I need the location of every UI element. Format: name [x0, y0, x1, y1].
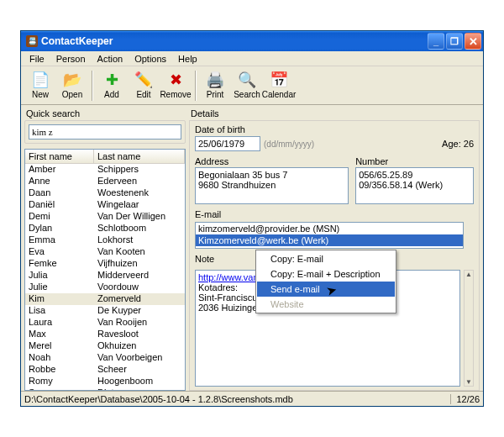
calendar-icon: 📅: [270, 71, 288, 89]
menu-copy-email[interactable]: Copy: E-mail: [257, 251, 395, 266]
toolbar-separator: [92, 71, 92, 101]
table-row[interactable]: DylanSchlotboom: [25, 223, 185, 234]
menu-website: Website: [257, 297, 395, 312]
menubar: File Person Action Options Help: [21, 51, 483, 66]
table-row[interactable]: AmberSchippers: [25, 164, 185, 176]
toolbar-separator: [195, 71, 196, 101]
menu-options[interactable]: Options: [129, 53, 171, 65]
address-label: Address: [195, 156, 349, 166]
app-title: ContactKeeper: [41, 35, 113, 47]
table-row[interactable]: RomyHoogenboom: [25, 376, 185, 387]
statusbar: D:\ContactKeeper\Database\2005-10-04 - 1…: [21, 391, 483, 406]
table-row[interactable]: MerelOkhuizen: [25, 340, 185, 352]
contact-list[interactable]: First name Last name AmberSchippersAnneE…: [24, 149, 186, 391]
quick-search-label: Quick search: [24, 108, 186, 120]
context-menu[interactable]: Copy: E-mail Copy: E-mail + Description …: [255, 250, 396, 313]
table-row[interactable]: FemkeVijfhuizen: [25, 258, 185, 270]
table-row[interactable]: EmmaLokhorst: [25, 234, 185, 246]
search-input[interactable]: [29, 124, 181, 140]
dob-hint: (dd/mm/yyyy): [264, 140, 314, 149]
table-row[interactable]: AnneEderveen: [25, 176, 185, 187]
remove-icon: ✖: [166, 71, 185, 89]
table-row[interactable]: RobbeScheer: [25, 364, 185, 376]
toolbar: 📄New 📂Open ✚Add ✏️Edit ✖Remove 🖨️Print 🔍…: [21, 66, 483, 105]
menu-copy-email-desc[interactable]: Copy: E-mail + Description: [257, 266, 395, 282]
table-row[interactable]: DaniëlWingelaar: [25, 199, 185, 211]
menu-person[interactable]: Person: [51, 53, 91, 65]
maximize-button[interactable]: ❐: [446, 33, 463, 50]
content-area: Quick search First name Last name AmberS…: [21, 105, 483, 391]
address-field[interactable]: Begonialaan 35 bus 7 9680 Strandhuizen: [195, 167, 349, 204]
edit-button[interactable]: ✏️Edit: [128, 69, 160, 103]
dob-input[interactable]: [195, 136, 260, 151]
col-last-name[interactable]: Last name: [94, 150, 185, 163]
menu-help[interactable]: Help: [173, 53, 202, 65]
app-icon: 📇: [26, 35, 38, 47]
number-field[interactable]: 056/65.25.89 09/356.58.14 (Werk): [355, 167, 474, 204]
email-item[interactable]: kimzomerveld@provider.be (MSN): [196, 223, 463, 234]
quick-search-group: [24, 120, 186, 144]
scroll-up-icon[interactable]: ▲: [465, 271, 472, 278]
remove-button[interactable]: ✖Remove: [160, 69, 192, 103]
note-scrollbar[interactable]: ▲▼: [464, 270, 474, 387]
open-icon: 📂: [63, 71, 81, 89]
search-button[interactable]: 🔍Search: [231, 69, 263, 103]
table-row[interactable]: MaxRavesloot: [25, 329, 185, 340]
table-row[interactable]: KimZomerveld: [25, 293, 185, 305]
list-body[interactable]: AmberSchippersAnneEderveenDaanWoestenenk…: [25, 164, 185, 390]
left-panel: Quick search First name Last name AmberS…: [24, 108, 186, 391]
new-button[interactable]: 📄New: [24, 69, 56, 103]
email-label: E-mail: [195, 209, 474, 219]
list-header: First name Last name: [25, 150, 185, 164]
details-label: Details: [189, 108, 480, 120]
calendar-button[interactable]: 📅Calendar: [263, 69, 295, 103]
add-button[interactable]: ✚Add: [96, 69, 128, 103]
table-row[interactable]: LauraVan Rooijen: [25, 317, 185, 329]
status-path: D:\ContactKeeper\Database\2005-10-04 - 1…: [24, 394, 450, 404]
table-row[interactable]: NoahVan Voorbeigen: [25, 352, 185, 364]
menu-file[interactable]: File: [24, 53, 50, 65]
close-button[interactable]: ✕: [465, 33, 481, 50]
add-icon: ✚: [102, 71, 121, 89]
open-button[interactable]: 📂Open: [56, 69, 88, 103]
menu-send-email[interactable]: Send e-mail: [257, 282, 395, 297]
age-value: Age: 26: [442, 139, 474, 149]
email-item[interactable]: Kimzomerveld@werk.be (Werk): [196, 234, 463, 246]
new-icon: 📄: [31, 71, 50, 89]
menu-action[interactable]: Action: [92, 53, 129, 65]
print-button[interactable]: 🖨️Print: [199, 69, 231, 103]
table-row[interactable]: JuliaMidderveerd: [25, 270, 185, 282]
email-list[interactable]: kimzomerveld@provider.be (MSN) Kimzomerv…: [195, 222, 464, 249]
table-row[interactable]: SanneDiets: [25, 387, 185, 390]
titlebar[interactable]: 📇 ContactKeeper _ ❐ ✕: [21, 31, 483, 51]
minimize-button[interactable]: _: [428, 33, 444, 50]
scroll-down-icon[interactable]: ▼: [465, 378, 472, 386]
search-icon: 🔍: [238, 71, 256, 89]
col-first-name[interactable]: First name: [25, 150, 94, 163]
table-row[interactable]: DaanWoestenenk: [25, 187, 185, 199]
status-counter: 12/26: [450, 394, 480, 404]
number-label: Number: [355, 156, 474, 166]
table-row[interactable]: JulieVoordouw: [25, 282, 185, 293]
app-window: 📇 ContactKeeper _ ❐ ✕ File Person Action…: [20, 30, 484, 407]
print-icon: 🖨️: [206, 71, 224, 89]
edit-icon: ✏️: [134, 71, 153, 89]
table-row[interactable]: EvaVan Kooten: [25, 246, 185, 258]
dob-label: Date of birth: [195, 124, 474, 134]
table-row[interactable]: DemiVan Der Willigen: [25, 211, 185, 223]
table-row[interactable]: LisaDe Kuyper: [25, 305, 185, 317]
